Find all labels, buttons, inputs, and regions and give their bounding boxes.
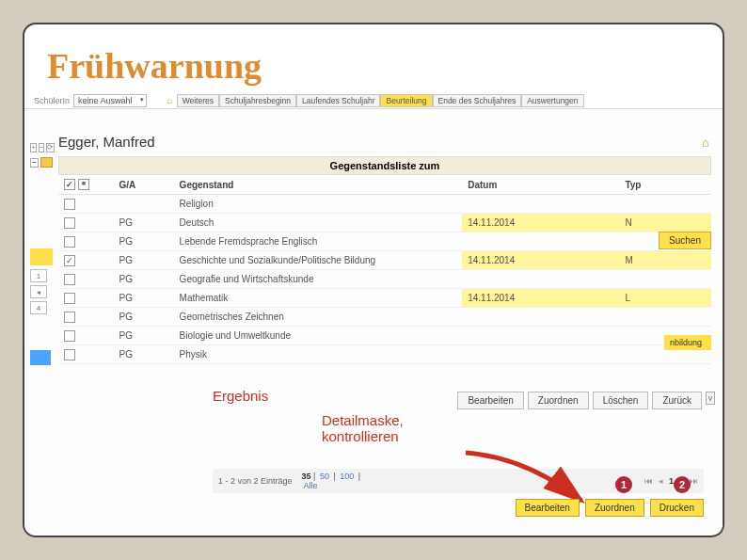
table-row: PGMathematik14.11.2014L — [58, 289, 711, 308]
cell-date — [462, 270, 619, 289]
bearbeiten-button-1[interactable]: Bearbeiten — [457, 392, 523, 409]
tree-toggle-icon[interactable]: − — [30, 158, 39, 168]
cell-typ — [619, 308, 711, 327]
student-name: Egger, Manfred — [58, 134, 155, 150]
table-header-row: G/A Gegenstand Datum Typ — [58, 175, 711, 195]
table-row: PGGeometrisches Zeichnen — [58, 308, 711, 327]
tree-collapse-all-icon[interactable]: − — [39, 143, 45, 152]
cell-typ — [619, 195, 711, 214]
cell-subject: Religion — [174, 195, 463, 214]
bearbeiten-button-2[interactable]: Bearbeiten — [516, 499, 580, 517]
tabset: Weiteres Schuljahresbeginn Laufendes Sch… — [177, 94, 584, 107]
cell-date — [462, 195, 619, 214]
topbar: SchülerIn keine Auswahl ▾ ⌂ Weiteres Sch… — [24, 94, 723, 109]
table-row: PGBiologie und Umweltkunde — [58, 327, 711, 345]
action-row-2: Bearbeiten Zuordnen Drucken — [516, 499, 704, 517]
tab-ende[interactable]: Ende des Schuljahres — [433, 94, 522, 107]
cell-subject: Physik — [174, 345, 463, 364]
cell-date — [462, 345, 619, 364]
search-button[interactable]: Suchen — [659, 232, 711, 249]
row-checkbox[interactable] — [64, 236, 75, 248]
cell-subject: Mathematik — [174, 289, 463, 308]
cell-typ: M — [619, 251, 711, 270]
row-checkbox[interactable] — [64, 255, 75, 266]
checkbox-header-2[interactable] — [78, 179, 89, 190]
checkbox-header-1[interactable] — [64, 179, 75, 190]
col-datum: Datum — [462, 175, 619, 195]
blue-marker — [30, 350, 51, 365]
cell-date — [462, 327, 619, 345]
list-header: Gegenstandsliste zum — [58, 156, 711, 175]
tree-sync-icon[interactable]: ⟳ — [46, 143, 55, 152]
content-area: ⌂ + − ⟳ − 1 ◂ 4 Egger, Manfred Gegenstan… — [24, 109, 723, 534]
cell-subject: Geschichte und Sozialkunde/Politische Bi… — [174, 251, 463, 270]
mini-tab-2[interactable]: ◂ — [30, 285, 47, 298]
pager-last-icon[interactable]: ⏭ — [690, 476, 698, 486]
cell-typ: N — [619, 214, 711, 232]
scroll-down-icon[interactable]: v — [706, 392, 715, 405]
marker-1: 1 — [615, 476, 632, 493]
row-checkbox[interactable] — [64, 312, 75, 323]
row-checkbox[interactable] — [64, 293, 75, 304]
home-icon[interactable]: ⌂ — [702, 136, 713, 147]
page-title: Frühwarnung — [47, 45, 723, 87]
tree-sidebar: + − ⟳ − — [30, 143, 53, 168]
tab-weiteres[interactable]: Weiteres — [177, 94, 219, 107]
tab-strip-left: 1 ◂ 4 — [30, 269, 49, 317]
cell-subject: Lebende Fremdsprache Englisch — [174, 232, 463, 251]
cell-date — [462, 232, 619, 251]
cell-subject: Biologie und Umweltkunde — [174, 327, 463, 345]
col-typ: Typ — [619, 175, 711, 195]
folder-icon[interactable] — [40, 157, 53, 168]
loeschen-button[interactable]: Löschen — [593, 392, 649, 409]
tab-laufendes[interactable]: Laufendes Schuljahr — [296, 94, 381, 107]
tab-schuljahresbeginn[interactable]: Schuljahresbeginn — [219, 94, 296, 107]
mini-tab-3[interactable]: 4 — [30, 301, 47, 314]
detailmaske-label: Detailmaske, kontrollieren — [322, 412, 404, 445]
yellow-highlight-left — [30, 248, 53, 265]
slide-frame: Frühwarnung SchülerIn keine Auswahl ▾ ⌂ … — [23, 23, 724, 537]
pager-first-icon[interactable]: ⏮ — [644, 476, 653, 486]
row-checkbox[interactable] — [64, 199, 75, 210]
home-icon-small[interactable]: ⌂ — [167, 95, 173, 105]
select-value: keine Auswahl — [78, 96, 133, 105]
cell-ga: PG — [114, 308, 174, 327]
page-size-100[interactable]: 100 — [340, 472, 354, 481]
pager-prev-icon[interactable]: ◂ — [659, 476, 663, 486]
page-size-50[interactable]: 50 — [320, 472, 329, 481]
schueler-label: SchülerIn — [34, 96, 70, 105]
cell-subject: Geografie und Wirtschaftskunde — [174, 270, 463, 289]
tab-auswertungen[interactable]: Auswertungen — [521, 94, 583, 107]
cell-ga: PG — [114, 289, 174, 308]
drucken-button[interactable]: Drucken — [650, 499, 704, 517]
cell-ga — [114, 195, 174, 214]
pager-entries: 1 - 2 von 2 Einträge — [218, 476, 293, 486]
cell-date: 14.11.2014 — [462, 214, 619, 232]
tab-beurteilung[interactable]: Beurteilung — [380, 94, 432, 107]
cell-ga: PG — [114, 251, 174, 270]
row-checkbox[interactable] — [64, 217, 75, 229]
schueler-select[interactable]: keine Auswahl ▾ — [73, 94, 147, 107]
tree-expand-all-icon[interactable]: + — [30, 143, 37, 152]
zurueck-button[interactable]: Zurück — [652, 392, 702, 409]
table-row: PGDeutsch14.11.2014N — [58, 214, 711, 232]
row-checkbox[interactable] — [64, 274, 75, 285]
row-checkbox[interactable] — [64, 330, 75, 342]
table-row: PGLebende Fremdsprache Englisch — [58, 232, 711, 251]
col-gegenstand: Gegenstand — [174, 175, 463, 195]
cell-typ — [619, 270, 711, 289]
cell-date: 14.11.2014 — [462, 251, 619, 270]
subject-table-wrap: Gegenstandsliste zum G/A Gegenstand Datu… — [58, 156, 711, 364]
cell-subject: Geometrisches Zeichnen — [174, 308, 463, 327]
action-row-1: Bearbeiten Zuordnen Löschen Zurück — [457, 392, 702, 409]
row-checkbox[interactable] — [64, 349, 75, 360]
mini-tab-1[interactable]: 1 — [30, 269, 47, 282]
subject-table: G/A Gegenstand Datum Typ ReligionPGDeuts… — [58, 175, 711, 364]
zuordnen-button-1[interactable]: Zuordnen — [528, 392, 589, 409]
col-ga: G/A — [114, 175, 174, 195]
pager-sizes: 35 | 50 | 100 | Alle — [302, 472, 361, 490]
zuordnen-button-2[interactable]: Zuordnen — [585, 499, 644, 517]
cell-ga: PG — [114, 345, 174, 364]
page-size-35[interactable]: 35 — [302, 472, 311, 481]
page-size-all[interactable]: Alle — [304, 481, 318, 490]
